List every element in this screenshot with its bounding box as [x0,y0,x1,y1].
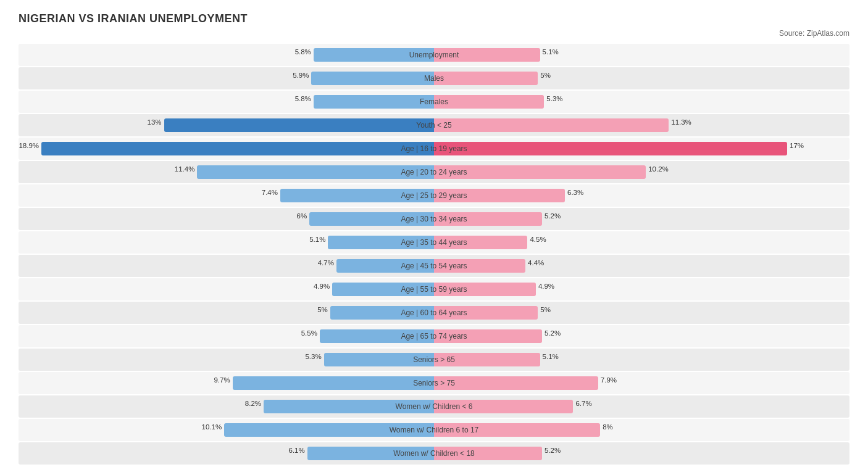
nigerian-value: 5% [317,306,328,313]
nigerian-value: 6.1% [289,447,305,454]
chart-row: 5.8% Unemployment 5.1% [19,44,849,66]
left-bar-container: 5.3% [19,349,434,371]
right-bar-container: 5.1% [434,44,849,66]
nigerian-bar: 7.4% [280,189,434,202]
iranian-value: 5% [540,72,551,79]
source-line: Source: ZipAtlas.com [19,29,849,38]
left-bar-container: 5.1% [19,231,434,254]
right-bar-container: 10.2% [434,161,849,183]
iranian-bar: 5.2% [434,447,542,460]
nigerian-value: 5.8% [295,48,311,56]
nigerian-value: 8.2% [245,400,261,407]
iranian-bar: 4.5% [434,236,527,249]
iranian-value: 5.2% [545,212,561,220]
left-bar-container: 5.5% [19,325,434,347]
nigerian-value: 11.4% [175,165,195,173]
chart-row: 4.9% Age | 55 to 59 years 4.9% [19,278,849,300]
left-bar-container: 18.9% [19,138,434,160]
iranian-bar: 4.9% [434,283,536,296]
left-bar-container: 5.9% [19,67,434,89]
nigerian-bar: 5.8% [314,95,434,109]
left-bar-container: 5.8% [19,44,434,66]
chart-row: 5% Age | 60 to 64 years 5% [19,302,849,324]
chart-row: 8.2% Women w/ Children < 6 6.7% [19,395,849,418]
nigerian-bar: 4.7% [336,259,434,273]
right-bar-container: 5.2% [434,442,849,465]
chart-row: 10.1% Women w/ Children 6 to 17 8% [19,419,849,441]
iranian-value: 5.1% [543,48,559,56]
nigerian-bar: 5.1% [328,236,434,249]
nigerian-value: 4.7% [318,259,334,267]
iranian-value: 4.5% [530,236,546,243]
chart-row: 18.9% Age | 16 to 19 years 17% [19,138,849,160]
chart-row: 5.3% Seniors > 65 5.1% [19,349,849,371]
iranian-bar: 5.2% [434,212,542,226]
nigerian-bar: 6% [309,212,434,226]
left-bar-container: 9.7% [19,372,434,394]
iranian-value: 5.1% [543,353,559,360]
nigerian-value: 5.8% [295,95,311,102]
nigerian-value: 7.4% [262,189,278,196]
iranian-bar: 6.3% [434,189,565,202]
nigerian-bar: 5% [330,306,434,320]
left-bar-container: 5% [19,302,434,324]
nigerian-value: 6% [296,212,307,220]
iranian-bar: 5% [434,72,538,85]
left-bar-container: 5.8% [19,91,434,113]
right-bar-container: 5.2% [434,208,849,230]
iranian-value: 5.2% [545,329,561,337]
chart-area: 5.8% Unemployment 5.1% 5.9% Males 5% [19,44,849,465]
iranian-value: 5.3% [546,95,562,102]
left-bar-container: 6.1% [19,442,434,465]
left-bar-container: 7.4% [19,184,434,207]
chart-title: NIGERIAN VS IRANIAN UNEMPLOYMENT [19,12,849,25]
right-bar-container: 4.4% [434,255,849,277]
right-bar-container: 17% [434,138,849,160]
right-bar-container: 5.2% [434,325,849,347]
chart-row: 13% Youth < 25 11.3% [19,114,849,136]
nigerian-bar: 5.9% [311,72,434,85]
nigerian-bar: 5.8% [314,48,434,62]
chart-row: 11.4% Age | 20 to 24 years 10.2% [19,161,849,183]
chart-row: 5.9% Males 5% [19,67,849,89]
iranian-value: 10.2% [648,165,669,173]
right-bar-container: 11.3% [434,114,849,136]
nigerian-value: 5.1% [309,236,325,243]
left-bar-container: 11.4% [19,161,434,183]
chart-row: 5.1% Age | 35 to 44 years 4.5% [19,231,849,254]
right-bar-container: 6.3% [434,184,849,207]
nigerian-value: 10.1% [202,423,222,431]
iranian-bar: 5.1% [434,353,540,366]
iranian-bar: 8% [434,423,600,437]
right-bar-container: 5% [434,67,849,89]
iranian-bar: 5.1% [434,48,540,62]
nigerian-value: 13% [148,118,162,126]
iranian-bar: 5.2% [434,329,542,343]
left-bar-container: 8.2% [19,395,434,418]
chart-row: 5.5% Age | 65 to 74 years 5.2% [19,325,849,347]
nigerian-bar: 9.7% [233,376,434,390]
right-bar-container: 4.9% [434,278,849,300]
chart-row: 9.7% Seniors > 75 7.9% [19,372,849,394]
chart-row: 6.1% Women w/ Children < 18 5.2% [19,442,849,465]
nigerian-value: 5.5% [301,329,317,337]
left-bar-container: 4.7% [19,255,434,277]
nigerian-value: 18.9% [19,142,39,149]
iranian-bar: 7.9% [434,376,598,390]
chart-container: NIGERIAN VS IRANIAN UNEMPLOYMENT Source:… [0,0,868,467]
iranian-value: 4.9% [538,283,554,290]
nigerian-bar: 5.3% [324,353,434,366]
iranian-value: 8% [603,423,613,431]
iranian-value: 17% [790,142,804,149]
nigerian-value: 4.9% [314,283,330,290]
chart-row: 4.7% Age | 45 to 54 years 4.4% [19,255,849,277]
iranian-bar: 5.3% [434,95,544,109]
chart-row: 5.8% Females 5.3% [19,91,849,113]
nigerian-value: 5.3% [305,353,321,360]
left-bar-container: 13% [19,114,434,136]
right-bar-container: 8% [434,419,849,441]
right-bar-container: 5.1% [434,349,849,371]
chart-row: 7.4% Age | 25 to 29 years 6.3% [19,184,849,207]
nigerian-value: 9.7% [214,376,230,384]
nigerian-bar: 13% [164,118,434,132]
